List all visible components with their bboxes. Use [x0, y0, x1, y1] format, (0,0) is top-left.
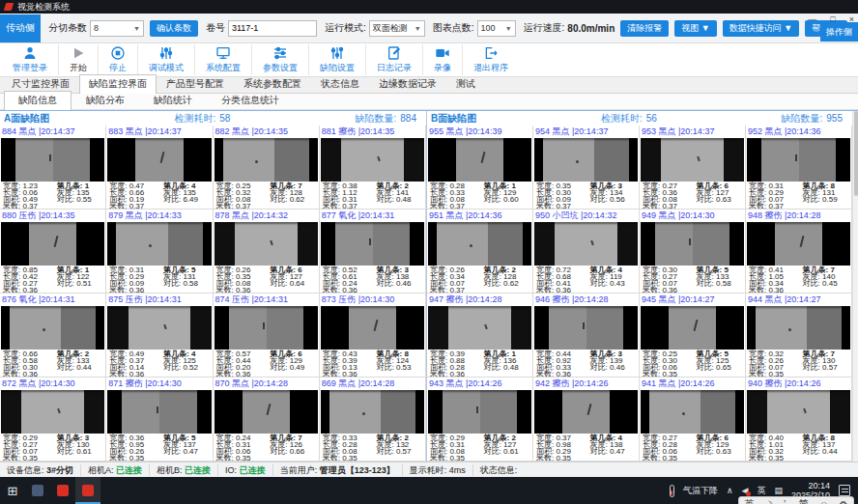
defect-cell[interactable]: 874 压伤 |20:14:31宽度: 0.57长度: 0.44面积: 0.20…	[214, 294, 320, 378]
ime-simplified[interactable]: 简	[799, 497, 809, 504]
drive-side-button[interactable]: 传动侧	[0, 14, 41, 42]
action-button[interactable]: 日志记录	[365, 44, 422, 75]
ime-moon-icon[interactable]: ☽	[764, 499, 773, 504]
view-menu-button[interactable]: 视图 ▼	[674, 20, 716, 37]
defect-cell[interactable]: 883 黑点 |20:14:37宽度: 0.47长度: 0.66面积: 0.19…	[106, 126, 213, 210]
defect-cell[interactable]: 944 黑点 |20:14:27宽度: 0.32长度: 0.26面积: 0.07…	[746, 294, 852, 378]
defect-cell[interactable]: 941 黑点 |20:14:26宽度: 0.27长度: 0.28面积: 0.06…	[640, 378, 746, 462]
defect-cell[interactable]: 870 黑点 |20:14:28宽度: 0.24长度: 0.31面积: 0.06…	[214, 378, 320, 462]
taskbar-app-2[interactable]	[50, 477, 75, 504]
ime-punctuation[interactable]: ’,	[784, 499, 788, 504]
defect-cell[interactable]: 869 黑点 |20:14:28宽度: 0.33长度: 0.28面积: 0.08…	[320, 378, 426, 462]
defect-cell[interactable]: 947 擦伤 |20:14:28宽度: 0.39长度: 0.88面积: 0.28…	[427, 294, 533, 378]
defect-cell[interactable]: 953 黑点 |20:14:37宽度: 0.27长度: 0.36面积: 0.08…	[640, 126, 746, 210]
action-label: 系统配置	[206, 62, 241, 74]
defect-cell[interactable]: 880 压伤 |20:14:35宽度: 0.85长度: 0.42面积: 0.27…	[0, 210, 106, 294]
confirm-count-button[interactable]: 确认条数	[150, 20, 198, 37]
operator-side-button[interactable]: 操作侧	[820, 22, 858, 42]
defect-cell[interactable]: 950 小凹坑 |20:14:32宽度: 0.72长度: 0.68面积: 0.4…	[533, 210, 640, 294]
keyboard-icon[interactable]: ▤	[774, 486, 783, 495]
taskbar-app-1[interactable]	[25, 477, 50, 504]
defect-cell[interactable]: 949 黑点 |20:14:30宽度: 0.30长度: 0.27面积: 0.07…	[640, 210, 746, 294]
sub-tab-1[interactable]: 缺陷分布	[72, 91, 139, 109]
defect-cell[interactable]: 872 黑点 |20:14:30宽度: 0.29长度: 0.27面积: 0.07…	[0, 378, 106, 462]
defect-contrast: 对比: 0.43	[590, 280, 636, 287]
defect-cell[interactable]: 871 擦伤 |20:14:30宽度: 0.36长度: 0.95面积: 0.26…	[106, 378, 213, 462]
action-button[interactable]: 停止	[98, 44, 137, 75]
defect-cell[interactable]: 952 黑点 |20:14:36宽度: 0.31长度: 0.29面积: 0.07…	[746, 126, 852, 210]
ime-emoji-icon[interactable]: ☺	[819, 499, 829, 504]
defect-contrast: 对比: 0.47	[590, 448, 636, 455]
action-button[interactable]: 缺陷设置	[308, 44, 365, 75]
minimize-button[interactable]: —	[808, 14, 816, 24]
defect-info-right: 第几条: 8灰度: 131对比: 0.59	[803, 182, 848, 210]
speaker-icon[interactable]: ◀	[742, 486, 749, 495]
ime-lang-en[interactable]: 英	[744, 497, 754, 504]
defect-cell[interactable]: 879 黑点 |20:14:33宽度: 0.31长度: 0.29面积: 0.09…	[106, 210, 213, 294]
action-button[interactable]: 系统配置	[194, 44, 251, 75]
chart-points-select[interactable]: 100 ▼	[477, 20, 516, 37]
sub-tab-2[interactable]: 缺陷统计	[139, 91, 207, 109]
defect-cell[interactable]: 955 黑点 |20:14:39宽度: 0.28长度: 0.33面积: 0.08…	[427, 126, 533, 210]
defect-cell[interactable]: 946 擦伤 |20:14:28宽度: 0.44长度: 0.92面积: 0.33…	[533, 294, 640, 378]
defect-cell[interactable]: 881 擦伤 |20:14:35宽度: 0.38长度: 1.12面积: 0.31…	[320, 126, 426, 210]
defect-grid: 884 黑点 |20:14:37宽度: 1.23长度: 0.06面积: 0.49…	[0, 126, 426, 462]
defect-info-left: 宽度: 0.32长度: 0.26面积: 0.07米数: 0.35	[749, 350, 803, 378]
defect-cell[interactable]: 945 黑点 |20:14:27宽度: 0.25长度: 0.30面积: 0.06…	[640, 294, 746, 378]
ime-settings-gear-icon[interactable]: ⚙	[840, 499, 848, 504]
defect-meter: 米数: 0.36	[430, 371, 484, 378]
defect-cell[interactable]: 954 黑点 |20:14:37宽度: 0.35长度: 0.30面积: 0.09…	[533, 126, 640, 210]
action-button[interactable]: 参数设置	[251, 44, 308, 75]
taskbar-app-inspection-active[interactable]	[75, 477, 100, 504]
action-button[interactable]: 录像	[422, 44, 462, 75]
defect-meter: 米数: 0.36	[536, 371, 590, 378]
defect-cell[interactable]: 948 擦伤 |20:14:28宽度: 0.41长度: 1.05面积: 0.34…	[746, 210, 852, 294]
defect-info-right: 第几条: 5灰度: 125对比: 0.65	[697, 350, 742, 378]
slit-count-select[interactable]: 8 ▼	[90, 20, 144, 37]
defect-image	[534, 138, 638, 182]
defect-image	[321, 306, 424, 350]
main-tab-6[interactable]: 测试	[446, 74, 485, 93]
action-center-icon[interactable]	[839, 485, 850, 496]
defect-cell[interactable]: 877 氧化 |20:14:31宽度: 0.52长度: 0.61面积: 0.24…	[320, 210, 426, 294]
exit-icon	[482, 45, 500, 61]
action-button[interactable]: 调试模式	[137, 44, 194, 75]
data-quick-access-button[interactable]: 数据快捷访问 ▼	[723, 20, 799, 37]
main-tab-5[interactable]: 边缘数据记录	[369, 74, 446, 93]
defect-info-left: 宽度: 0.44长度: 0.92面积: 0.33米数: 0.36	[536, 350, 590, 378]
defect-image	[747, 222, 850, 266]
defect-cell[interactable]: 882 黑点 |20:14:35宽度: 0.25长度: 0.32面积: 0.08…	[214, 126, 320, 210]
defect-meter: 米数: 0.35	[643, 371, 697, 378]
defect-cell-title: 879 黑点 |20:14:33	[106, 210, 212, 222]
defect-cell[interactable]: 873 压伤 |20:14:30宽度: 0.43长度: 0.39面积: 0.13…	[320, 294, 426, 378]
defect-cell[interactable]: 942 擦伤 |20:14:26宽度: 0.37长度: 0.98面积: 0.29…	[533, 378, 640, 462]
defect-cell[interactable]: 943 黑点 |20:14:26宽度: 0.29长度: 0.31面积: 0.08…	[427, 378, 533, 462]
defect-cell[interactable]: 940 擦伤 |20:14:26宽度: 0.40长度: 1.01面积: 0.32…	[746, 378, 852, 462]
defect-info-right: 第几条: 2灰度: 128对比: 0.62	[484, 266, 529, 294]
defect-cell[interactable]: 876 氧化 |20:14:31宽度: 0.66长度: 0.58面积: 0.30…	[0, 294, 106, 378]
defect-info-left: 宽度: 0.33长度: 0.28面积: 0.08米数: 0.35	[323, 434, 377, 462]
defect-cell[interactable]: 951 黑点 |20:14:36宽度: 0.26长度: 0.34面积: 0.07…	[427, 210, 533, 294]
scrollbar-thumb[interactable]	[854, 111, 858, 196]
start-button[interactable]: ⊞	[0, 477, 25, 504]
defect-cell[interactable]: 878 黑点 |20:14:32宽度: 0.26长度: 0.35面积: 0.08…	[214, 210, 320, 294]
action-button-disabled[interactable]: 开始	[58, 44, 98, 75]
action-button[interactable]: 退出程序	[462, 44, 519, 75]
slit-count-value: 8	[94, 23, 129, 33]
ime-toolbar[interactable]: 英☽’,简☺⚙	[738, 496, 854, 504]
tray-expand-icon[interactable]: ∧	[727, 486, 733, 495]
sub-tab-3[interactable]: 分类信息统计	[207, 91, 294, 109]
sub-tab-0[interactable]: 缺陷信息	[4, 91, 72, 110]
vertical-scrollbar[interactable]	[852, 111, 858, 462]
action-button[interactable]: 管理登录	[2, 44, 58, 75]
defect-cell[interactable]: 884 黑点 |20:14:37宽度: 1.23长度: 0.06面积: 0.49…	[0, 126, 106, 210]
weather-text[interactable]: 气温下降	[683, 485, 718, 497]
main-tab-4[interactable]: 状态信息	[311, 74, 369, 93]
defect-cell[interactable]: 875 压伤 |20:14:31宽度: 0.49长度: 0.37面积: 0.14…	[106, 294, 213, 378]
run-mode-select[interactable]: 双面检测 ▼	[369, 20, 425, 37]
clear-alarm-button[interactable]: 清除报警	[620, 20, 669, 37]
roll-number-input[interactable]	[228, 20, 317, 37]
language-indicator[interactable]: 英	[757, 485, 765, 497]
defect-info-right: 第几条: 4灰度: 119对比: 0.43	[590, 266, 636, 294]
defect-info-left: 宽度: 0.28长度: 0.33面积: 0.08米数: 0.37	[430, 182, 484, 210]
